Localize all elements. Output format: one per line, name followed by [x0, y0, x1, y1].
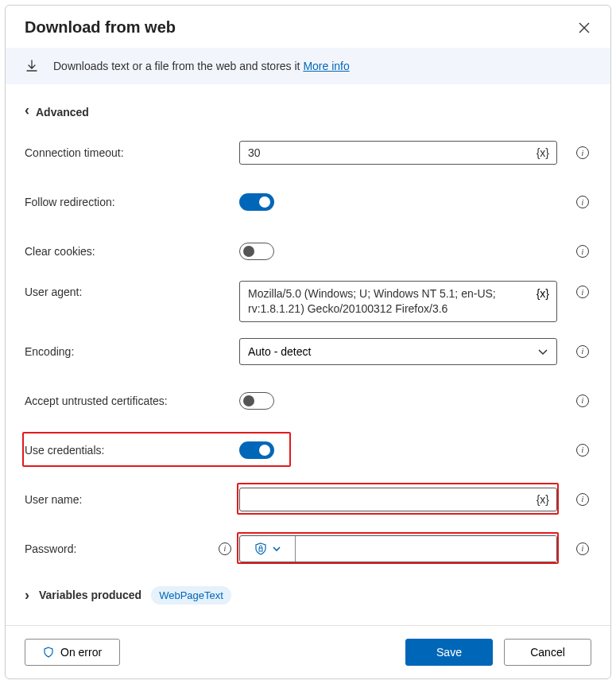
- label-use-credentials: Use credentials:: [25, 444, 239, 457]
- row-accept-untrusted: Accept untrusted certificates: i: [25, 381, 591, 421]
- info-icon[interactable]: i: [576, 286, 589, 298]
- info-icon[interactable]: i: [219, 542, 231, 555]
- connection-timeout-input[interactable]: [239, 141, 557, 165]
- cancel-button[interactable]: Cancel: [504, 639, 591, 666]
- label-clear-cookies: Clear cookies:: [25, 245, 239, 258]
- row-connection-timeout: Connection timeout: {x} i: [25, 133, 591, 173]
- info-icon[interactable]: i: [576, 542, 589, 555]
- row-encoding: Encoding: Auto - detect i: [25, 332, 591, 371]
- label-user-name: User name:: [25, 493, 239, 506]
- advanced-header[interactable]: Advanced: [6, 84, 610, 123]
- close-button[interactable]: [577, 21, 591, 35]
- label-encoding: Encoding:: [25, 345, 239, 358]
- variable-token-icon[interactable]: {x}: [537, 287, 549, 300]
- label-password: Password: i: [25, 542, 239, 555]
- label-follow-redirection: Follow redirection:: [25, 196, 239, 208]
- close-icon: [579, 22, 590, 33]
- info-icon[interactable]: i: [576, 146, 589, 159]
- encoding-select[interactable]: Auto - detect: [239, 338, 557, 365]
- info-icon[interactable]: i: [576, 395, 589, 407]
- clear-cookies-toggle[interactable]: [239, 243, 274, 260]
- use-credentials-toggle[interactable]: [239, 441, 274, 459]
- password-field: [239, 535, 557, 562]
- info-banner: Downloads text or a file from the web an…: [6, 48, 610, 84]
- chevron-down-icon: [25, 103, 29, 120]
- user-agent-input[interactable]: [239, 281, 557, 322]
- dialog-title: Download from web: [25, 18, 176, 37]
- follow-redirection-toggle[interactable]: [239, 193, 274, 211]
- info-icon[interactable]: i: [576, 444, 589, 457]
- info-icon[interactable]: i: [576, 345, 589, 358]
- row-password: Password: i i: [25, 529, 591, 569]
- info-icon[interactable]: i: [576, 493, 589, 506]
- chevron-down-icon: [272, 544, 281, 554]
- chevron-right-icon: [25, 587, 29, 604]
- row-user-name: User name: {x} i: [25, 480, 591, 519]
- variables-produced-header[interactable]: Variables produced WebPageText: [6, 578, 610, 625]
- label-accept-untrusted: Accept untrusted certificates:: [25, 395, 239, 407]
- dialog-header: Download from web: [6, 6, 610, 48]
- info-icon[interactable]: i: [576, 196, 589, 208]
- svg-rect-0: [259, 548, 262, 551]
- password-input[interactable]: [296, 536, 556, 562]
- label-user-agent: User agent:: [25, 281, 239, 298]
- accept-untrusted-toggle[interactable]: [239, 392, 274, 410]
- dialog: Download from web Downloads text or a fi…: [5, 5, 611, 679]
- save-button[interactable]: Save: [405, 639, 493, 666]
- row-follow-redirection: Follow redirection: i: [25, 182, 591, 222]
- shield-lock-icon: [254, 542, 267, 555]
- row-clear-cookies: Clear cookies: i: [25, 231, 591, 271]
- chevron-down-icon: [537, 346, 548, 357]
- label-connection-timeout: Connection timeout:: [25, 146, 239, 159]
- download-icon: [25, 59, 39, 73]
- row-use-credentials: Use credentials: i: [25, 430, 591, 470]
- more-info-link[interactable]: More info: [303, 60, 349, 72]
- advanced-fields: Connection timeout: {x} i Follow redirec…: [6, 133, 610, 578]
- on-error-button[interactable]: On error: [25, 639, 120, 666]
- banner-text: Downloads text or a file from the web an…: [53, 60, 350, 72]
- row-user-agent: User agent: {x} i: [25, 281, 591, 322]
- user-name-input[interactable]: [239, 488, 557, 511]
- password-secure-selector[interactable]: [240, 536, 296, 562]
- dialog-footer: On error Save Cancel: [6, 625, 610, 678]
- variable-chip[interactable]: WebPageText: [151, 586, 231, 605]
- shield-icon: [43, 647, 54, 658]
- info-icon[interactable]: i: [576, 245, 589, 258]
